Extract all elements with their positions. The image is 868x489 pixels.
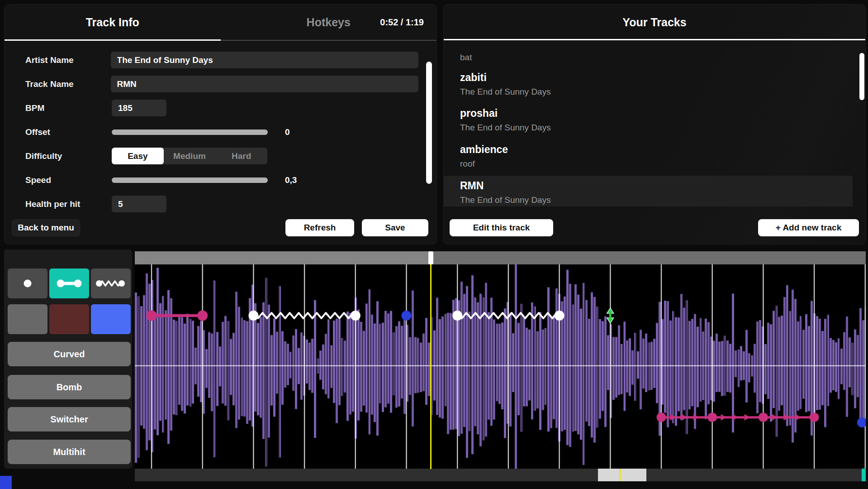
bpm-label: BPM — [25, 103, 112, 113]
color-swatch-gray[interactable] — [8, 304, 47, 334]
active-tab-underline — [5, 39, 221, 41]
offset-value: 0 — [285, 127, 290, 137]
difficulty-segmented-control: Easy Medium Hard — [112, 148, 267, 164]
track-info-form: Artist Name Track Name BPM Offset 0 Diff… — [25, 44, 418, 216]
health-per-hit-input[interactable] — [112, 196, 166, 212]
bpm-row: BPM — [25, 96, 418, 120]
track-list-item[interactable]: proshai The End of Sunny Days — [460, 107, 551, 133]
timeline-progress — [135, 251, 431, 264]
speed-label: Speed — [25, 175, 112, 185]
bomb-tool-button[interactable]: Bomb — [8, 375, 131, 399]
tab-hotkeys[interactable]: Hotkeys — [307, 16, 351, 29]
difficulty-option-easy[interactable]: Easy — [112, 148, 164, 164]
minimap-end-marker — [862, 469, 866, 481]
speed-value: 0,3 — [285, 175, 297, 185]
note-toolbar: Curved Bomb Switcher Multihit — [4, 249, 132, 469]
difficulty-option-hard[interactable]: Hard — [215, 148, 267, 164]
track-artist: roof — [460, 159, 508, 169]
difficulty-label: Difficulty — [25, 151, 112, 161]
track-list-item[interactable]: ambience roof — [460, 144, 508, 169]
waveform-area[interactable] — [135, 264, 866, 469]
timeline — [135, 249, 866, 481]
track-name: ambience — [460, 144, 508, 155]
offset-row: Offset 0 — [25, 120, 418, 144]
track-info-scrollbar[interactable] — [426, 62, 432, 184]
back-to-menu-button[interactable]: Back to menu — [12, 219, 80, 236]
notes-layer[interactable] — [135, 264, 866, 469]
time-display: 0:52 / 1:19 — [380, 17, 424, 28]
track-name: RMN — [460, 180, 551, 192]
track-list-item[interactable]: zabiti The End of Sunny Days — [460, 72, 551, 97]
health-row: Health per hit — [25, 192, 418, 216]
minimap-view-window[interactable] — [598, 469, 646, 481]
track-list-item-partial[interactable]: bat — [460, 53, 472, 62]
artist-name-row: Artist Name — [25, 48, 418, 72]
track-name: zabiti — [460, 72, 551, 83]
track-artist: The End of Sunny Days — [460, 87, 551, 97]
speed-row: Speed 0,3 — [25, 168, 418, 192]
offset-label: Offset — [25, 127, 112, 137]
your-tracks-title: Your Tracks — [444, 16, 865, 29]
track-name-label: Track Name — [25, 79, 111, 89]
multihit-tool-button[interactable]: Multihit — [8, 440, 131, 464]
color-swatch-blue[interactable] — [91, 304, 131, 334]
track-artist: The End of Sunny Days — [460, 123, 551, 133]
corner-blue-button[interactable] — [0, 476, 12, 489]
editor-screen: Track Info Hotkeys 0:52 / 1:19 Artist Na… — [0, 0, 868, 489]
dot-note-icon — [8, 268, 47, 298]
track-name-input[interactable] — [111, 76, 418, 92]
playhead[interactable] — [430, 264, 432, 469]
minimap-playhead — [619, 469, 621, 481]
refresh-button[interactable]: Refresh — [285, 219, 354, 236]
zigzag-note-icon — [91, 268, 131, 298]
bpm-input[interactable] — [112, 100, 166, 116]
difficulty-option-medium[interactable]: Medium — [164, 148, 216, 164]
switcher-tool-button[interactable]: Switcher — [8, 407, 131, 431]
artist-name-label: Artist Name — [25, 55, 111, 65]
speed-slider[interactable] — [112, 177, 268, 183]
offset-slider[interactable] — [112, 129, 268, 135]
track-name: proshai — [460, 107, 551, 119]
track-artist: The End of Sunny Days — [460, 195, 551, 205]
save-button[interactable]: Save — [362, 219, 428, 236]
artist-name-input[interactable] — [111, 52, 418, 68]
track-artist: bat — [460, 53, 472, 62]
your-tracks-panel: Your Tracks bat zabiti The End of Sunny … — [443, 4, 866, 244]
track-list-item-selected[interactable]: RMN The End of Sunny Days — [460, 180, 551, 205]
timeline-position-marker[interactable] — [428, 251, 433, 264]
health-per-hit-label: Health per hit — [25, 199, 112, 209]
add-new-track-button[interactable]: + Add new track — [758, 219, 859, 236]
note-tool-hold[interactable] — [49, 268, 89, 298]
your-tracks-scrollbar[interactable] — [859, 53, 864, 100]
minimap-scrollbar[interactable] — [135, 469, 866, 481]
track-info-panel: Track Info Hotkeys 0:52 / 1:19 Artist Na… — [4, 4, 437, 244]
curved-tool-button[interactable]: Curved — [8, 342, 131, 366]
track-name-row: Track Name — [25, 72, 418, 96]
tab-track-info[interactable]: Track Info — [86, 16, 139, 29]
color-swatch-maroon[interactable] — [49, 304, 89, 334]
note-tool-dot[interactable] — [8, 268, 47, 298]
hold-note-icon — [49, 268, 89, 298]
track-info-header: Track Info Hotkeys 0:52 / 1:19 — [5, 5, 436, 41]
your-tracks-header: Your Tracks — [444, 5, 865, 40]
timeline-top-strip[interactable] — [135, 251, 866, 264]
your-tracks-underline — [444, 39, 865, 40]
difficulty-row: Difficulty Easy Medium Hard — [25, 144, 418, 168]
edit-this-track-button[interactable]: Edit this track — [450, 219, 553, 236]
note-tool-zigzag[interactable] — [91, 268, 131, 298]
